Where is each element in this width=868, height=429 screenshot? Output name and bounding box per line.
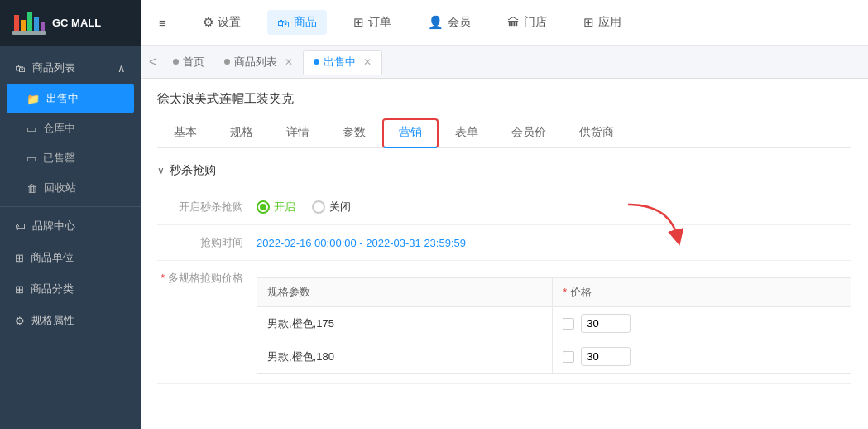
red-arrow-svg	[620, 200, 686, 250]
svg-rect-2	[27, 12, 32, 31]
warehouse-icon: ▭	[26, 123, 36, 135]
price-col-1	[563, 314, 841, 333]
apps-label: 应用	[598, 15, 621, 30]
apps-icon: ⊞	[583, 15, 594, 30]
topbar-orders[interactable]: ⊞ 订单	[343, 10, 401, 35]
topbar-products[interactable]: 🛍 商品	[267, 10, 327, 35]
sidebar-group-brand[interactable]: 🏷 品牌中心	[0, 210, 141, 242]
sub-tab-form[interactable]: 表单	[439, 118, 495, 148]
settings-label: 设置	[218, 15, 241, 30]
topbar: ≡ ⚙ 设置 🛍 商品 ⊞ 订单 👤 会员 🏛 门店 ⊞ 应用	[141, 0, 868, 46]
sub-tab-marketing[interactable]: 营销	[382, 118, 439, 148]
section-label: 秒杀抢购	[170, 163, 216, 178]
members-label: 会员	[448, 15, 471, 30]
onsale-dot	[314, 59, 319, 65]
svg-rect-5	[12, 31, 46, 35]
stores-label: 门店	[524, 15, 547, 30]
onsale-label: 出售中	[46, 91, 79, 106]
product-list-close-icon[interactable]: ✕	[285, 56, 293, 68]
spec-icon: ⚙	[15, 315, 25, 327]
form-row-enable-seckill: 开启秒杀抢购 开启 关闭	[157, 190, 851, 225]
col-spec-header: 规格参数	[257, 278, 553, 307]
products-label: 商品	[294, 15, 317, 30]
breadcrumb-bar: < 首页 商品列表 ✕ 出售中 ✕	[141, 46, 868, 79]
sub-tab-basic[interactable]: 基本	[157, 118, 213, 148]
sidebar-menu: 🛍 商品列表 ∧ 📁 出售中 ▭ 仓库中 ▭ 已售罄 🗑 回收站 🏷 品牌中心	[0, 46, 141, 429]
topbar-menu[interactable]: ≡	[149, 11, 176, 35]
sub-tab-params[interactable]: 参数	[326, 118, 382, 148]
section-toggle[interactable]: ∨	[157, 165, 165, 176]
sidebar: GC MALL 🛍 商品列表 ∧ 📁 出售中 ▭ 仓库中 ▭ 已售罄 🗑 回收站	[0, 0, 141, 429]
sidebar-group-category[interactable]: ⊞ 商品分类	[0, 273, 141, 305]
recycle-icon: 🗑	[26, 182, 37, 195]
price-col-2	[563, 347, 841, 366]
topbar-apps[interactable]: ⊞ 应用	[573, 10, 631, 35]
category-icon: ⊞	[15, 283, 24, 296]
topbar-members[interactable]: 👤 会员	[418, 10, 481, 35]
members-icon: 👤	[428, 15, 444, 30]
product-list-dot	[224, 59, 230, 65]
breadcrumb-back-arrow[interactable]: <	[149, 55, 156, 70]
sidebar-group-product-list[interactable]: 🛍 商品列表 ∧	[0, 52, 141, 84]
product-list-chevron: ∧	[117, 62, 126, 75]
sub-tab-detail[interactable]: 详情	[270, 118, 326, 148]
topbar-settings[interactable]: ⚙ 设置	[193, 10, 251, 35]
form-row-multi-spec-price: 多规格抢购价格 规格参数 价格 男款,橙色,175	[157, 261, 851, 384]
breadcrumb-tab-onsale[interactable]: 出售中 ✕	[303, 50, 382, 75]
radio-open[interactable]: 开启	[257, 200, 295, 214]
breadcrumb-tab-product-list[interactable]: 商品列表 ✕	[214, 51, 303, 74]
multi-spec-table-container: 规格参数 价格 男款,橙色,175	[257, 271, 851, 374]
product-list-icon: 🛍	[15, 62, 26, 75]
sidebar-group-spec[interactable]: ⚙ 规格属性	[0, 305, 141, 336]
enable-seckill-radio-group: 开启 关闭	[257, 200, 351, 214]
price-checkbox-2[interactable]	[563, 351, 574, 363]
sub-tab-member-price[interactable]: 会员价	[495, 118, 563, 148]
form-row-sale-time: 抢购时间 2022-02-16 00:00:00 - 2022-03-31 23…	[157, 225, 851, 261]
sale-time-value: 2022-02-16 00:00:00 - 2022-03-31 23:59:5…	[257, 237, 466, 249]
menu-icon: ≡	[159, 16, 166, 30]
price-input-2[interactable]	[581, 347, 631, 366]
products-icon: 🛍	[277, 16, 290, 30]
sidebar-group-unit[interactable]: ⊞ 商品单位	[0, 242, 141, 273]
sub-tab-spec[interactable]: 规格	[213, 118, 270, 148]
price-cell-2	[553, 340, 851, 374]
topbar-stores[interactable]: 🏛 门店	[497, 10, 557, 35]
price-input-1[interactable]	[581, 314, 631, 333]
radio-close[interactable]: 关闭	[312, 200, 351, 214]
spec-price-table: 规格参数 价格 男款,橙色,175	[257, 277, 851, 374]
home-dot	[173, 59, 179, 65]
table-row: 男款,橙色,180	[257, 340, 851, 374]
price-checkbox-1[interactable]	[563, 318, 574, 330]
onsale-icon: 📁	[26, 93, 40, 105]
orders-icon: ⊞	[353, 15, 364, 30]
sidebar-item-warehouse[interactable]: ▭ 仓库中	[0, 113, 141, 143]
onsale-tab-label: 出售中	[324, 55, 356, 70]
recycle-label: 回收站	[44, 181, 76, 195]
breadcrumb-tab-home[interactable]: 首页	[163, 51, 214, 74]
sale-time-label: 抢购时间	[157, 235, 257, 250]
main-area: ≡ ⚙ 设置 🛍 商品 ⊞ 订单 👤 会员 🏛 门店 ⊞ 应用 <	[141, 0, 868, 429]
sidebar-item-onsale[interactable]: 📁 出售中	[7, 84, 134, 113]
radio-close-label: 关闭	[329, 200, 351, 214]
page-content: 徐太浪美式连帽工装夹克 基本 规格 详情 参数 营销 表单 会员价 供货商 ∨ …	[141, 79, 868, 429]
brand-icon: 🏷	[15, 220, 26, 233]
divider-1	[0, 206, 141, 207]
sidebar-item-soldout[interactable]: ▭ 已售罄	[0, 143, 141, 173]
page-title: 徐太浪美式连帽工装夹克	[157, 91, 851, 107]
stores-icon: 🏛	[507, 16, 520, 30]
price-cell-1	[553, 307, 851, 340]
red-arrow-annotation	[620, 200, 686, 253]
col-price-header: 价格	[553, 278, 851, 307]
sub-tabs: 基本 规格 详情 参数 营销 表单 会员价 供货商	[157, 118, 851, 148]
settings-icon: ⚙	[203, 15, 213, 30]
sub-tab-supplier[interactable]: 供货商	[563, 118, 631, 148]
category-label: 商品分类	[31, 282, 74, 296]
svg-rect-3	[34, 17, 39, 31]
section-seckill: ∨ 秒杀抢购	[157, 163, 851, 178]
spec-label: 规格属性	[31, 313, 74, 328]
spec-cell-1: 男款,橙色,175	[257, 307, 553, 340]
sidebar-item-recycle[interactable]: 🗑 回收站	[0, 173, 141, 203]
radio-open-label: 开启	[274, 200, 295, 214]
svg-rect-4	[41, 22, 45, 31]
onsale-close-icon[interactable]: ✕	[363, 56, 372, 68]
